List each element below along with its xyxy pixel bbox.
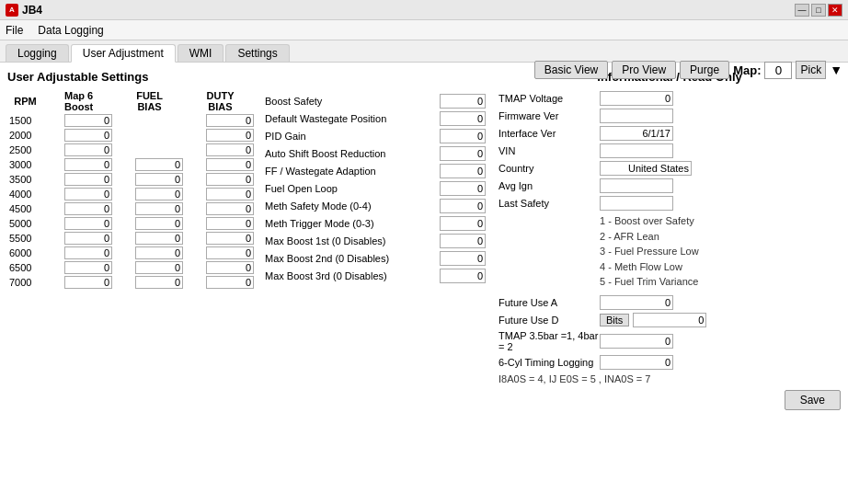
field-input[interactable]	[440, 181, 486, 196]
bottom-field-label: Future Use D	[498, 315, 600, 326]
duty-input[interactable]	[206, 129, 254, 142]
purge-button[interactable]: Purge	[680, 61, 729, 79]
field-input[interactable]	[440, 129, 486, 143]
basic-view-button[interactable]: Basic View	[534, 61, 608, 79]
map6-input[interactable]	[64, 232, 112, 245]
bottom-field-input[interactable]	[633, 313, 706, 327]
info-input[interactable]	[600, 161, 692, 176]
duty-input[interactable]	[206, 261, 254, 274]
field-input[interactable]	[440, 251, 486, 266]
info-input[interactable]	[600, 109, 673, 123]
fuel-input[interactable]	[135, 173, 183, 186]
map-value-input[interactable]	[764, 62, 792, 79]
close-button[interactable]: ✕	[828, 4, 842, 17]
fuel-input[interactable]	[135, 261, 183, 274]
fuel-input[interactable]	[135, 246, 183, 259]
fuel-input[interactable]	[135, 188, 183, 200]
info-label: Last Safety	[498, 198, 600, 209]
pick-button[interactable]: Pick	[796, 61, 826, 79]
bottom-field-input[interactable]	[600, 334, 673, 349]
info-input[interactable]	[600, 126, 673, 141]
tab-wmi[interactable]: WMI	[178, 44, 224, 62]
field-input[interactable]	[440, 234, 486, 248]
tab-logging[interactable]: Logging	[6, 44, 69, 62]
info-label: TMAP Voltage	[498, 93, 600, 104]
field-input[interactable]	[440, 269, 486, 283]
duty-cell	[185, 201, 256, 216]
tab-bar: Logging User Adjustment WMI Settings	[0, 40, 848, 63]
info-input[interactable]	[600, 178, 673, 193]
map6-input[interactable]	[64, 246, 112, 259]
safety-list: 1 - Boost over Safety2 - AFR Lean3 - Fue…	[600, 213, 841, 290]
map6-input[interactable]	[64, 129, 112, 142]
rpm-cell: 4500	[7, 201, 43, 216]
duty-input[interactable]	[206, 188, 254, 200]
map6-input[interactable]	[64, 202, 112, 215]
fuel-cell	[114, 128, 185, 143]
menu-file[interactable]: File	[6, 24, 23, 37]
fuel-cell	[114, 113, 185, 128]
fuel-input[interactable]	[135, 276, 183, 289]
maximize-button[interactable]: □	[811, 4, 826, 17]
map6-input[interactable]	[64, 188, 112, 200]
info-label: Firmware Ver	[498, 110, 600, 121]
field-input[interactable]	[440, 216, 486, 231]
field-input[interactable]	[440, 146, 486, 161]
fuel-cell	[114, 231, 185, 246]
bottom-field-input[interactable]	[600, 355, 673, 370]
map6-cell	[43, 187, 114, 201]
table-row: 2000	[7, 128, 256, 143]
map6-cell	[43, 260, 114, 275]
field-row: Fuel Open Loop	[265, 181, 486, 196]
map6-input[interactable]	[64, 143, 112, 156]
fuel-input[interactable]	[135, 202, 183, 215]
info-row: Firmware Ver	[498, 109, 841, 123]
info-input[interactable]	[600, 196, 673, 211]
duty-input[interactable]	[206, 173, 254, 186]
info-input[interactable]	[600, 143, 673, 158]
safety-item: 5 - Fuel Trim Variance	[600, 274, 841, 290]
field-input[interactable]	[440, 199, 486, 213]
fuel-input[interactable]	[135, 158, 183, 171]
fuel-cell	[114, 187, 185, 201]
bits-button[interactable]: Bits	[600, 314, 629, 326]
field-input[interactable]	[440, 164, 486, 178]
map6-cell	[43, 157, 114, 172]
bottom-field-input[interactable]	[600, 295, 673, 310]
duty-cell	[185, 246, 256, 260]
pro-view-button[interactable]: Pro View	[612, 61, 676, 79]
tab-user-adjustment[interactable]: User Adjustment	[71, 44, 176, 63]
info-fields: TMAP Voltage Firmware Ver Interface Ver …	[498, 91, 841, 211]
minimize-button[interactable]: —	[795, 4, 809, 17]
map6-input[interactable]	[64, 261, 112, 274]
map6-input[interactable]	[64, 217, 112, 230]
duty-input[interactable]	[206, 232, 254, 245]
duty-input[interactable]	[206, 143, 254, 156]
map6-input[interactable]	[64, 276, 112, 289]
map6-input[interactable]	[64, 173, 112, 186]
fuel-cell	[114, 172, 185, 187]
fuel-input[interactable]	[135, 217, 183, 230]
rpm-cell: 4000	[7, 187, 43, 201]
field-label: Boost Safety	[265, 96, 440, 107]
info-input[interactable]	[600, 91, 673, 106]
save-button[interactable]: Save	[785, 390, 841, 410]
duty-input[interactable]	[206, 202, 254, 215]
field-input[interactable]	[440, 94, 486, 109]
bottom-fields: Future Use A Future Use D Bits TMAP 3.5b…	[498, 295, 841, 370]
rpm-cell: 2000	[7, 128, 43, 143]
duty-input[interactable]	[206, 217, 254, 230]
tab-settings[interactable]: Settings	[225, 44, 289, 62]
map6-input[interactable]	[64, 158, 112, 171]
field-label: Default Wastegate Position	[265, 113, 440, 124]
field-input[interactable]	[440, 111, 486, 126]
duty-input[interactable]	[206, 276, 254, 289]
menu-data-logging[interactable]: Data Logging	[38, 24, 103, 37]
duty-cell	[185, 275, 256, 290]
duty-input[interactable]	[206, 158, 254, 171]
map6-input[interactable]	[64, 114, 112, 127]
fuel-input[interactable]	[135, 232, 183, 245]
pick-dropdown-icon[interactable]: ▼	[830, 63, 842, 77]
duty-input[interactable]	[206, 246, 254, 259]
duty-input[interactable]	[206, 114, 254, 127]
